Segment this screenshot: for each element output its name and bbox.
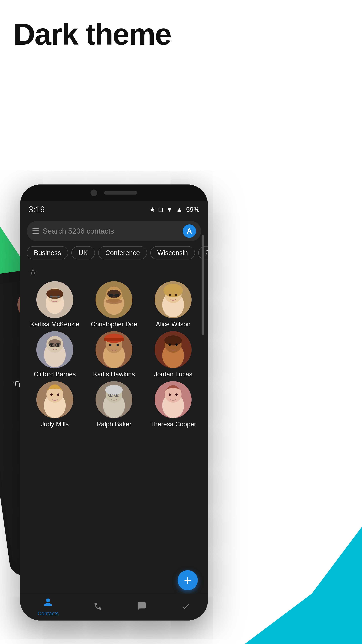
phone-camera — [90, 190, 97, 196]
status-time: 3:19 — [28, 204, 45, 214]
contact-avatar-christopher — [95, 281, 132, 318]
search-placeholder[interactable]: Search 5206 contacts — [43, 227, 179, 235]
messages-nav-icon — [137, 602, 146, 613]
status-bar: 3:19 ★ □ ▼ ▲ 59% — [20, 201, 208, 218]
svg-rect-27 — [48, 339, 61, 347]
contacts-area: ☆ — [20, 261, 208, 431]
user-avatar[interactable]: A — [183, 224, 196, 238]
contact-christopher[interactable]: Christopher Doe — [86, 281, 142, 328]
svg-point-43 — [164, 336, 182, 346]
contact-ralph[interactable]: Ralph Baker — [86, 381, 142, 428]
svg-point-58 — [110, 394, 111, 396]
svg-rect-11 — [107, 290, 121, 298]
contact-name-karlis: Karlis Hawkins — [93, 371, 135, 378]
contact-alice[interactable]: Alice Wilson — [145, 281, 201, 328]
svg-point-38 — [109, 344, 111, 346]
contact-avatar-karlis — [95, 331, 132, 368]
contact-karlisa[interactable]: Karlisa McKenzie — [27, 281, 83, 328]
decorative-triangle-teal — [245, 526, 362, 644]
svg-point-39 — [116, 344, 119, 346]
contacts-nav-icon — [43, 598, 53, 609]
contact-name-jordan: Jordan Lucas — [154, 371, 192, 378]
svg-point-59 — [116, 394, 118, 396]
contacts-grid: Karlisa McKenzie — [25, 281, 203, 428]
filter-tag-wisconsin[interactable]: Wisconsin — [150, 246, 195, 260]
contact-name-karlisa: Karlisa McKenzie — [30, 321, 79, 328]
svg-point-54 — [105, 385, 123, 395]
svg-point-44 — [169, 344, 171, 346]
signal-icon: ▲ — [176, 206, 183, 213]
nav-tasks[interactable] — [181, 602, 190, 613]
contact-avatar-ralph — [95, 381, 132, 418]
fab-container: + — [178, 570, 198, 590]
contact-avatar-alice — [155, 281, 192, 318]
contact-avatar-jordan — [155, 331, 192, 368]
svg-point-63 — [169, 394, 171, 396]
contact-clifford[interactable]: Clifford Barnes — [27, 331, 83, 378]
phone-screen: 3:19 ★ □ ▼ ▲ 59% ☰ Search 5206 contacts … — [20, 201, 208, 620]
favorites-star-icon[interactable]: ☆ — [28, 266, 37, 278]
svg-rect-16 — [114, 294, 119, 297]
add-contact-fab[interactable]: + — [178, 570, 198, 590]
contact-name-ralph: Ralph Baker — [96, 420, 131, 428]
search-bar[interactable]: ☰ Search 5206 contacts A — [27, 221, 201, 241]
svg-point-50 — [57, 394, 59, 396]
nav-contacts[interactable]: Contacts — [37, 598, 59, 617]
contact-karlis[interactable]: Karlis Hawkins — [86, 331, 142, 378]
contact-avatar-theresa — [155, 381, 192, 418]
nav-calls[interactable] — [93, 602, 103, 613]
filter-tags-container: Business UK Conference Wisconsin 20 — [20, 244, 208, 261]
contact-name-christopher: Christopher Doe — [91, 321, 137, 328]
phone-speaker — [104, 191, 137, 194]
bluetooth-icon: ★ — [149, 206, 155, 213]
contact-name-alice: Alice Wilson — [156, 321, 191, 328]
filter-tag-uk[interactable]: UK — [71, 246, 95, 260]
bottom-navigation: Contacts — [20, 594, 208, 620]
page-title: Dark theme — [13, 17, 171, 52]
svg-rect-15 — [109, 294, 114, 297]
svg-point-12 — [106, 299, 122, 304]
filter-tag-business[interactable]: Business — [27, 246, 68, 260]
filter-tag-conference[interactable]: Conference — [98, 246, 147, 260]
contact-name-clifford: Clifford Barnes — [34, 371, 76, 378]
contact-jordan[interactable]: Jordan Lucas — [145, 331, 201, 378]
battery-level: 59% — [186, 206, 199, 213]
svg-point-64 — [175, 394, 178, 396]
svg-rect-37 — [104, 338, 124, 341]
menu-icon[interactable]: ☰ — [32, 226, 39, 236]
contact-avatar-karlisa — [36, 281, 73, 318]
contact-theresa[interactable]: Theresa Cooper — [145, 381, 201, 428]
svg-point-49 — [50, 394, 53, 396]
scroll-indicator — [202, 235, 204, 336]
calls-nav-icon — [93, 602, 103, 613]
svg-point-22 — [169, 294, 171, 296]
wifi-icon: ▼ — [166, 206, 173, 213]
svg-point-45 — [175, 344, 178, 346]
contacts-nav-label: Contacts — [37, 610, 59, 617]
tasks-nav-icon — [181, 602, 190, 613]
contact-avatar-judy — [36, 381, 73, 418]
main-phone: 3:19 ★ □ ▼ ▲ 59% ☰ Search 5206 contacts … — [20, 184, 208, 620]
contact-name-theresa: Theresa Cooper — [150, 420, 196, 428]
contact-avatar-clifford — [36, 331, 73, 368]
nav-messages[interactable] — [137, 602, 146, 613]
svg-point-23 — [175, 294, 177, 296]
svg-rect-7 — [50, 296, 60, 297]
contact-name-judy: Judy Mills — [41, 420, 69, 428]
phone-top-bar — [20, 184, 208, 201]
contact-judy[interactable]: Judy Mills — [27, 381, 83, 428]
contacts-header: ☆ — [25, 264, 203, 280]
vibrate-icon: □ — [159, 206, 163, 213]
status-icons: ★ □ ▼ ▲ 59% — [149, 206, 199, 213]
